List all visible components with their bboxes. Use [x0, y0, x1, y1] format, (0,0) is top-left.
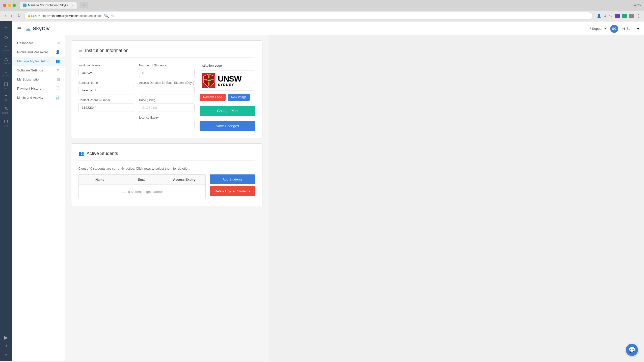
app-container: ⌂ ⚙ ━ BEAM △ TRUSS ○ SHAFT ❑ 3SD T SB ✎ … [0, 21, 644, 361]
contact-name-input[interactable] [78, 86, 134, 94]
unsw-sydney-text: SYDNEY [218, 83, 241, 87]
browser-tab[interactable]: Manage My Institution | SkyCi... × [20, 2, 77, 9]
nav-item-payment[interactable]: Payment History 📄 [12, 84, 65, 93]
icon-sidebar-3sd[interactable]: ❑ 3SD [0, 80, 12, 92]
header-right: ? Support ▾ SC Hi Sam ▾ [589, 25, 639, 33]
tab-title: Manage My Institution | SkyCi... [28, 4, 71, 7]
design-label: DESIGN [2, 112, 10, 114]
new-image-button[interactable]: New Image [228, 94, 250, 101]
icon-sidebar-home[interactable]: ⌂ [0, 23, 12, 33]
nav-item-subscription[interactable]: My Subscription ▤ [12, 75, 65, 84]
icon-sidebar-settings[interactable]: ⚙ [0, 33, 12, 43]
cloud-icon: ☁ [25, 25, 31, 32]
icon-sidebar-api[interactable]: ⬡ API [0, 117, 12, 129]
hamburger-menu[interactable]: ☰ [17, 26, 21, 32]
tab-close-btn[interactable]: × [72, 4, 74, 7]
profile-label: Profile and Password [17, 50, 48, 54]
design-icon: ✎ [4, 106, 8, 111]
nav-back-btn[interactable]: ‹ [3, 13, 7, 19]
download-icon[interactable]: ⬇ [604, 14, 607, 18]
secure-label: Secure [31, 14, 40, 17]
students-title-icon: 👥 [78, 151, 84, 156]
icon-sidebar-beam[interactable]: ━ BEAM [0, 43, 12, 54]
browser-titlebar: Manage My Institution | SkyCi... × + Sky… [0, 0, 644, 11]
shield-icon[interactable]: 🛡 [609, 14, 613, 18]
nav-item-limits[interactable]: Limits and Activity 📊 [12, 93, 65, 102]
question-icon: ? [589, 27, 591, 31]
price-label: Price (USD) [139, 98, 195, 102]
contact-phone-group: Contact Phone Number [78, 98, 134, 112]
num-students-input[interactable] [139, 69, 195, 77]
browser-addressbar: ‹ › ↻ 🔒 Secure https://platform.skyciv.c… [0, 11, 644, 21]
students-info: 0 out of 0 students are currently active… [78, 167, 255, 170]
dot-red[interactable] [3, 4, 6, 7]
profile-icon[interactable]: 👤 [597, 14, 601, 18]
nav-item-institution[interactable]: Manage My Institution 👥 [12, 57, 65, 66]
icon-sidebar-sb[interactable]: T SB [0, 92, 12, 103]
content-area: ☰ Institution Information Institution Na… [65, 34, 269, 361]
api-icon: ⬡ [4, 119, 8, 124]
contact-phone-label: Contact Phone Number [78, 98, 134, 102]
icon-sidebar: ⌂ ⚙ ━ BEAM △ TRUSS ○ SHAFT ❑ 3SD T SB ✎ … [0, 21, 12, 361]
bookmark-icon[interactable]: ☆ [111, 13, 115, 18]
add-students-button[interactable]: Add Students [210, 174, 255, 184]
address-bar[interactable]: 🔒 Secure https://platform.skyciv.com/acc… [24, 12, 593, 19]
limits-icon: 📊 [56, 95, 60, 99]
licence-expiry-input[interactable] [139, 121, 195, 129]
chat-bubble[interactable]: 💬 [626, 344, 638, 356]
price-input[interactable] [139, 104, 195, 112]
institution-title-icon: ☰ [78, 48, 83, 53]
save-changes-button[interactable]: Save Changes [200, 121, 255, 131]
svg-text:UNSW: UNSW [206, 80, 211, 81]
limits-label: Limits and Activity [17, 96, 43, 99]
beam-icon: ━ [5, 45, 7, 49]
icon-sidebar-youtube[interactable]: ▶ [0, 333, 12, 342]
nav-item-software[interactable]: Software Settings ⚙ [12, 66, 65, 75]
menu-icon[interactable]: ⋮ [636, 13, 641, 19]
lock-icon: 🔒 [28, 14, 31, 17]
icon-sidebar-truss[interactable]: △ TRUSS [0, 54, 12, 66]
main-layout: Dashboard ⊞ Profile and Password 👤 Manag… [12, 34, 269, 361]
num-students-group: Number of Students [139, 64, 195, 77]
institution-col2: Number of Students Access Duration for E… [139, 64, 195, 129]
user-chevron-icon[interactable]: ▾ [637, 27, 639, 31]
icon-sidebar-linkedin[interactable]: in [0, 351, 12, 359]
institution-logo-container: UNSW UNSW SYDNEY [200, 70, 255, 91]
subscription-label: My Subscription [17, 77, 40, 81]
access-duration-label: Access Duration for Each Student (Days) [139, 81, 195, 85]
ext-gray-icon[interactable] [629, 14, 634, 18]
ext-green-icon[interactable] [622, 14, 627, 18]
tab-favicon [23, 4, 26, 7]
institution-name-input[interactable] [78, 69, 134, 77]
nav-forward-btn[interactable]: › [9, 13, 14, 19]
search-icon[interactable]: 🔍 [104, 13, 109, 18]
new-tab-btn[interactable]: + [80, 2, 88, 8]
change-plan-button[interactable]: Change Plan [200, 106, 255, 116]
unsw-crest-svg: UNSW [202, 73, 216, 88]
dot-yellow[interactable] [8, 4, 11, 7]
user-avatar[interactable]: SC [610, 25, 618, 33]
linkedin-icon: in [5, 353, 8, 357]
ext-purple-icon[interactable] [615, 14, 620, 18]
remove-logo-button[interactable]: Remove Logo [200, 94, 226, 101]
icon-sidebar-shaft[interactable]: ○ SHAFT [0, 67, 12, 79]
dashboard-icon: ⊞ [57, 41, 60, 45]
youtube-icon: ▶ [4, 335, 8, 340]
nav-refresh-btn[interactable]: ↻ [16, 12, 22, 19]
app-logo[interactable]: ☁ SkyCiv [25, 25, 50, 32]
icon-sidebar-facebook[interactable]: f [0, 343, 12, 351]
table-empty-message: Add a student to get started! [79, 185, 205, 199]
icon-sidebar-design[interactable]: ✎ DESIGN [0, 104, 12, 116]
students-title-text: Active Students [87, 151, 118, 156]
logo-section-label: Institution Logo [200, 64, 255, 67]
students-card-title: 👥 Active Students [78, 151, 255, 161]
access-duration-input[interactable] [139, 86, 195, 94]
delete-expired-button[interactable]: Delete Expired Students [210, 186, 255, 196]
institution-card-title: ☰ Institution Information [78, 48, 255, 58]
nav-item-dashboard[interactable]: Dashboard ⊞ [12, 38, 65, 47]
nav-item-profile[interactable]: Profile and Password 👤 [12, 47, 65, 57]
contact-phone-input[interactable] [78, 104, 134, 112]
dot-green[interactable] [13, 4, 16, 7]
support-button[interactable]: ? Support ▾ [589, 27, 606, 31]
browser-toolbar-icons: 👤 ⬇ 🛡 ⋮ [597, 13, 641, 19]
